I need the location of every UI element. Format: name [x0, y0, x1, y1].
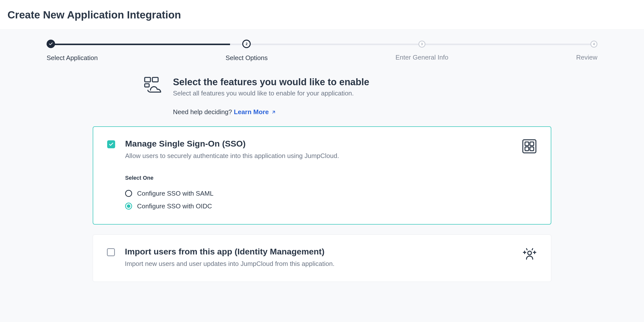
- step-enter-general-info[interactable]: 3 Enter General Info: [396, 40, 448, 62]
- feature-card-sso[interactable]: Manage Single Sign-On (SSO) Allow users …: [93, 126, 551, 224]
- step-marker-icon: 2: [242, 40, 251, 48]
- check-circle-icon: [46, 40, 55, 48]
- section-header: Select the features you would like to en…: [93, 77, 551, 97]
- checkbox-identity-management[interactable]: [107, 248, 115, 256]
- apps-cloud-icon: [144, 77, 164, 94]
- svg-rect-4: [523, 140, 536, 153]
- svg-rect-1: [152, 78, 158, 82]
- step-label: Enter General Info: [396, 54, 448, 61]
- step-label: Review: [576, 54, 598, 61]
- apps-grid-icon: [522, 139, 537, 154]
- step-label: Select Options: [226, 54, 268, 62]
- step-label: Select Application: [46, 54, 98, 62]
- radio-label: Configure SSO with SAML: [137, 190, 213, 198]
- page-header: Create New Application Integration: [0, 0, 644, 30]
- svg-rect-7: [525, 147, 529, 150]
- svg-rect-2: [145, 84, 149, 87]
- feature-card-identity-management[interactable]: Import users from this app (Identity Man…: [93, 234, 551, 282]
- checkbox-sso[interactable]: [107, 140, 115, 148]
- radio-group-label: Select One: [125, 175, 537, 181]
- radio-icon: [125, 190, 132, 197]
- helper-prefix: Need help deciding?: [173, 108, 234, 116]
- svg-line-3: [273, 111, 275, 113]
- svg-point-9: [528, 251, 532, 255]
- main-content: Select the features you would like to en…: [93, 77, 551, 282]
- stepper: Select Application 2 Select Options 3 En…: [0, 30, 644, 62]
- svg-rect-5: [525, 142, 529, 146]
- card-title: Import users from this app (Identity Man…: [125, 247, 512, 256]
- radio-label: Configure SSO with OIDC: [137, 202, 212, 210]
- card-title: Manage Single Sign-On (SSO): [125, 139, 512, 148]
- external-link-icon: [271, 109, 276, 116]
- radio-option-saml[interactable]: Configure SSO with SAML: [125, 190, 537, 198]
- radio-icon: [125, 202, 132, 210]
- step-review[interactable]: 4 Review: [576, 40, 598, 62]
- step-select-application[interactable]: Select Application: [46, 40, 98, 62]
- svg-rect-6: [530, 142, 534, 146]
- radio-option-oidc[interactable]: Configure SSO with OIDC: [125, 202, 537, 210]
- section-title: Select the features you would like to en…: [173, 77, 369, 88]
- section-subtitle: Select all features you would like to en…: [173, 90, 369, 97]
- step-select-options[interactable]: 2 Select Options: [226, 40, 268, 62]
- svg-rect-8: [530, 147, 534, 150]
- learn-more-link[interactable]: Learn More: [234, 108, 276, 116]
- step-marker-icon: 4: [590, 40, 598, 48]
- radio-group-sso: Configure SSO with SAML Configure SSO wi…: [125, 190, 537, 210]
- helper-text: Need help deciding? Learn More: [93, 97, 551, 116]
- step-marker-icon: 3: [418, 40, 426, 48]
- page-title: Create New Application Integration: [8, 9, 636, 21]
- card-description: Import new users and user updates into J…: [125, 260, 512, 268]
- users-icon: [522, 247, 537, 262]
- svg-rect-0: [145, 78, 150, 82]
- card-description: Allow users to securely authenticate int…: [125, 152, 512, 160]
